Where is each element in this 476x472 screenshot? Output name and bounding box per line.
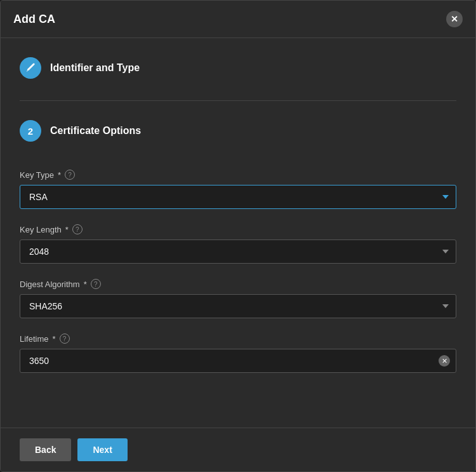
key-type-group: Key Type * ? RSA EC <box>20 170 456 209</box>
step-1-section: Identifier and Type <box>20 51 456 85</box>
lifetime-input-wrapper: ✕ <box>20 349 456 373</box>
modal-footer: Back Next <box>1 428 475 471</box>
key-type-select-wrapper: RSA EC <box>20 185 456 209</box>
lifetime-label: Lifetime * ? <box>20 334 456 344</box>
close-button[interactable]: ✕ <box>446 11 463 27</box>
step-1-icon <box>20 57 41 79</box>
lifetime-help-icon[interactable]: ? <box>60 334 70 344</box>
digest-algorithm-label: Digest Algorithm * ? <box>20 279 456 289</box>
lifetime-input[interactable] <box>20 349 456 373</box>
step-2-section: 2 Certificate Options <box>20 114 456 148</box>
digest-algorithm-help-icon[interactable]: ? <box>91 279 101 289</box>
step-2-number: 2 <box>28 126 33 137</box>
key-type-help-icon[interactable]: ? <box>65 170 75 180</box>
clear-icon: ✕ <box>442 358 447 365</box>
edit-icon <box>25 62 36 74</box>
key-length-select-wrapper: 1024 2048 4096 <box>20 239 456 264</box>
step-1-label: Identifier and Type <box>50 62 140 74</box>
lifetime-clear-button[interactable]: ✕ <box>439 355 450 367</box>
key-length-help-icon[interactable]: ? <box>72 224 83 234</box>
lifetime-group: Lifetime * ? ✕ <box>20 334 456 373</box>
modal-title: Add CA <box>13 13 55 26</box>
step-divider <box>20 100 456 101</box>
key-type-required: * <box>58 170 61 180</box>
next-button[interactable]: Next <box>77 438 127 461</box>
key-type-select[interactable]: RSA EC <box>20 185 456 209</box>
key-type-label: Key Type * ? <box>20 170 456 180</box>
lifetime-required: * <box>53 334 56 344</box>
back-button[interactable]: Back <box>20 438 71 461</box>
step-2-icon: 2 <box>20 120 41 142</box>
add-ca-modal: Add CA ✕ Identifier and Type 2 Certifica… <box>0 0 476 472</box>
certificate-options-form: Key Type * ? RSA EC Key Length * ? <box>20 163 456 394</box>
digest-algorithm-select[interactable]: SHA256 SHA384 SHA512 <box>20 294 456 318</box>
key-length-select[interactable]: 1024 2048 4096 <box>20 239 456 264</box>
modal-body: Identifier and Type 2 Certificate Option… <box>1 38 475 428</box>
step-2-label: Certificate Options <box>50 125 141 137</box>
digest-algorithm-required: * <box>84 280 87 289</box>
digest-algorithm-select-wrapper: SHA256 SHA384 SHA512 <box>20 294 456 318</box>
modal-header: Add CA ✕ <box>1 1 475 38</box>
key-length-label: Key Length * ? <box>20 224 456 234</box>
key-length-required: * <box>65 225 69 234</box>
digest-algorithm-group: Digest Algorithm * ? SHA256 SHA384 SHA51… <box>20 279 456 318</box>
key-length-group: Key Length * ? 1024 2048 4096 <box>20 224 456 264</box>
close-icon: ✕ <box>451 14 458 24</box>
